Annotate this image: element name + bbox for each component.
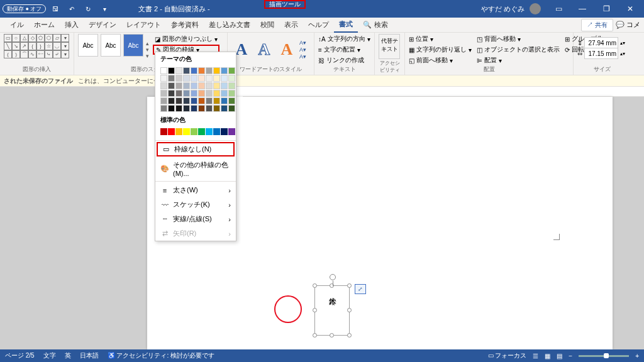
document-canvas[interactable]: 鈴木 ⤢ — [0, 97, 644, 349]
titlebar: 動保存 ● オフ 🖫 ↶ ↻ ▾ 文書 2 - 自動回復済み - 描画ツール や… — [0, 0, 644, 18]
weight-item[interactable]: ≡太さ(W)› — [155, 183, 236, 197]
account-name[interactable]: やすだ めぐみ — [481, 4, 525, 14]
view-print-icon[interactable]: ▦ — [545, 353, 550, 359]
search-icon: 🔍 — [363, 21, 372, 29]
color-swatch[interactable] — [191, 128, 197, 135]
status-language[interactable]: 日本語 — [80, 351, 99, 360]
status-lang-icon[interactable]: 英 — [65, 351, 71, 360]
zoom-out-icon[interactable]: − — [569, 353, 572, 359]
color-swatch[interactable] — [213, 128, 220, 135]
tab-insert[interactable]: 挿入 — [60, 18, 84, 33]
shape-fill-button[interactable]: ◪図形の塗りつぶし▾ — [153, 34, 219, 44]
autosave-toggle[interactable]: 動保存 ● オフ — [3, 4, 46, 13]
text-direction-button[interactable]: ↕A文字列の方向▾ — [318, 34, 370, 44]
paint-icon: ◪ — [155, 36, 160, 43]
avatar[interactable] — [530, 3, 541, 14]
align-button[interactable]: ⊫配置▾ — [477, 55, 560, 65]
color-swatch[interactable] — [221, 128, 228, 135]
color-swatch[interactable] — [160, 128, 167, 135]
contextual-tab-drawing-tools[interactable]: 描画ツール — [264, 0, 306, 9]
width-icon: ⇔ — [577, 50, 582, 57]
color-swatch[interactable] — [183, 128, 190, 135]
tab-view[interactable]: 表示 — [279, 18, 303, 33]
tab-review[interactable]: 校閲 — [255, 18, 279, 33]
tab-home[interactable]: ホーム — [29, 18, 60, 33]
text-outline-icon[interactable]: A▾ — [299, 47, 306, 53]
zoom-in-icon[interactable]: + — [635, 353, 639, 359]
shape-height-input[interactable] — [584, 37, 618, 48]
color-swatch[interactable] — [168, 128, 175, 135]
shape-styles-gallery[interactable]: Abc Abc Abc ▴▾▾ — [78, 34, 149, 65]
wrap-text-button[interactable]: ▦文字列の折り返し▾ — [409, 45, 472, 55]
view-read-icon[interactable]: ☰ — [533, 353, 538, 359]
style-item[interactable]: Abc — [123, 34, 143, 57]
group-label-wordart: ワードアートのスタイル — [231, 65, 310, 75]
chevron-right-icon: › — [228, 187, 231, 194]
qat-dropdown-icon[interactable]: ▾ — [97, 3, 111, 15]
dashes-item[interactable]: ┄実線/点線(S)› — [155, 212, 236, 226]
weight-icon: ≡ — [160, 187, 169, 194]
status-page[interactable]: ページ 2/5 — [5, 351, 35, 360]
ribbon: ▭○△◇⬠⬡▱▾ ╲↘↗{}☆◡▾ ()⌒∿⬳⤷⤶▾ 図形の挿入 Abc Abc… — [0, 33, 644, 75]
group-label-text: テキスト — [318, 65, 370, 75]
focus-mode-button[interactable]: ▭ フォーカス — [488, 351, 527, 360]
text-effects-icon[interactable]: A▾ — [299, 53, 306, 60]
ribbon-options-icon[interactable]: ▭ — [547, 0, 570, 18]
minimize-icon[interactable]: — — [571, 0, 594, 18]
rotate-handle[interactable] — [330, 274, 336, 280]
no-outline-item[interactable]: ▭枠線なし(N) — [157, 142, 235, 156]
bring-forward-button[interactable]: ◱前面へ移動▾ — [409, 55, 472, 65]
message-bar: された未保存のファイル これは、コンピューターに一時的に保存されている — [0, 75, 644, 87]
close-icon[interactable]: ✕ — [619, 0, 641, 18]
save-icon[interactable]: 🖫 — [48, 3, 62, 15]
view-web-icon[interactable]: ▤ — [557, 353, 562, 359]
selection-pane-button[interactable]: ◫オブジェクトの選択と表示 — [477, 45, 560, 55]
tab-references[interactable]: 参考資料 — [166, 18, 204, 33]
horizontal-ruler[interactable] — [0, 87, 644, 97]
tab-help[interactable]: ヘルプ — [303, 18, 334, 33]
text-dir-icon: ↕A — [318, 36, 326, 43]
search-box[interactable]: 🔍検索 — [358, 18, 393, 33]
alt-text-button[interactable]: 代替テキスト — [379, 34, 400, 59]
tab-design[interactable]: デザイン — [84, 18, 121, 33]
more-colors-item[interactable]: 🎨その他の枠線の色(M)... — [155, 158, 236, 180]
selected-shape[interactable] — [314, 285, 350, 336]
standard-color-row[interactable] — [155, 127, 236, 139]
wordart-style[interactable]: A — [254, 40, 274, 59]
tab-file[interactable]: イル — [5, 18, 29, 33]
text-fill-icon[interactable]: A▾ — [299, 40, 306, 46]
wordart-gallery[interactable]: A A A A▾ A▾ A▾ — [231, 34, 310, 65]
color-swatch[interactable] — [206, 128, 213, 135]
style-item[interactable]: Abc — [101, 34, 121, 57]
theme-color-grid[interactable] — [155, 66, 236, 113]
style-item[interactable]: Abc — [78, 34, 98, 57]
tab-mailings[interactable]: 差し込み文書 — [204, 18, 255, 33]
tab-format[interactable]: 書式 — [334, 18, 358, 33]
color-swatch[interactable] — [198, 128, 205, 135]
shapes-gallery[interactable]: ▭○△◇⬠⬡▱▾ ╲↘↗{}☆◡▾ ()⌒∿⬳⤷⤶▾ — [4, 34, 69, 65]
color-swatch[interactable] — [228, 128, 235, 135]
layout-options-icon[interactable]: ⤢ — [355, 284, 366, 294]
shape-width-input[interactable] — [584, 48, 618, 59]
group-label-arrange: 配置 — [409, 65, 569, 75]
share-button[interactable]: ↗ 共有 — [581, 19, 613, 31]
height-icon: ⇕ — [577, 40, 582, 47]
position-button[interactable]: ⊞位置▾ — [409, 34, 472, 44]
zoom-slider[interactable] — [579, 355, 629, 357]
tab-layout[interactable]: レイアウト — [121, 18, 166, 33]
redo-icon[interactable]: ↻ — [81, 3, 95, 15]
sketch-item[interactable]: 〰スケッチ(K)› — [155, 197, 236, 212]
send-backward-button[interactable]: ◳背面へ移動▾ — [477, 34, 560, 44]
group-label-shapes: 図形の挿入 — [4, 65, 70, 75]
color-swatch[interactable] — [175, 128, 182, 135]
wordart-style[interactable]: A — [277, 40, 297, 59]
comments-button[interactable]: 💬 コメ — [616, 20, 640, 30]
align-text-button[interactable]: ≡文字の配置▾ — [318, 45, 370, 55]
undo-icon[interactable]: ↶ — [65, 3, 79, 15]
status-accessibility[interactable]: ♿ アクセシビリティ: 検討が必要です — [108, 351, 214, 360]
status-words[interactable]: 文字 — [43, 351, 56, 360]
rotate-icon: ⟳ — [565, 47, 570, 53]
create-link-button[interactable]: ⛓リンクの作成 — [318, 55, 370, 65]
maximize-icon[interactable]: ❐ — [595, 0, 618, 18]
link-icon: ⛓ — [318, 57, 325, 64]
